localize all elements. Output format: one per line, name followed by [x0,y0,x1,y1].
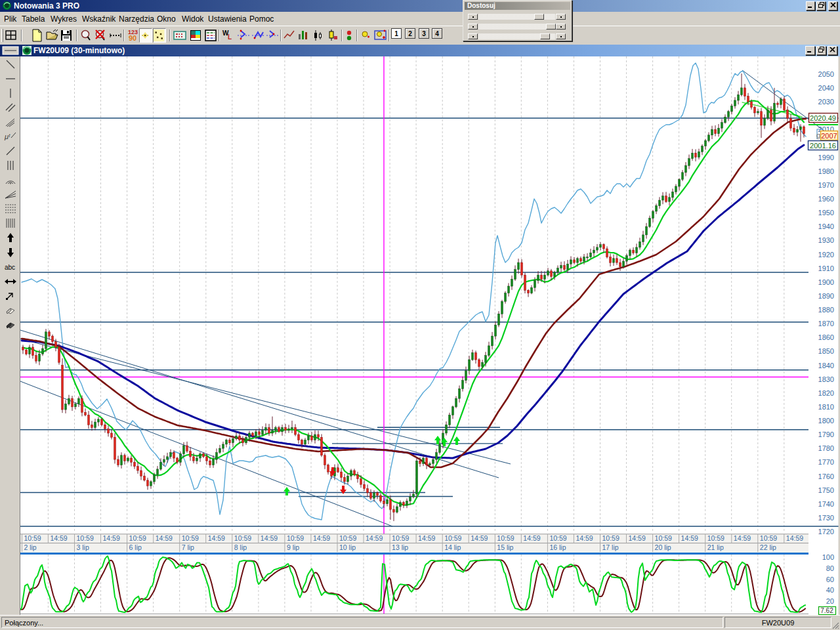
svg-text:1910: 1910 [818,264,834,272]
svg-text:μᵗ: μᵗ [4,133,10,140]
svg-text:1800: 1800 [818,417,834,425]
svg-text:1940: 1940 [818,222,834,230]
svg-text:1930: 1930 [818,236,834,244]
svg-text:2050: 2050 [818,70,834,78]
svg-text:10:59: 10:59 [602,534,620,542]
svg-text:6 lip: 6 lip [129,543,142,551]
svg-text:80: 80 [826,564,834,572]
svg-text:10:59: 10:59 [707,534,724,542]
svg-text:1790: 1790 [818,430,834,438]
svg-text:10:59: 10:59 [655,534,672,542]
svg-text:14:59: 14:59 [208,534,225,542]
svg-text:10:59: 10:59 [760,534,777,542]
svg-text:10 lip: 10 lip [339,543,356,551]
svg-text:1880: 1880 [818,306,834,314]
svg-text:10:59: 10:59 [549,534,566,542]
svg-text:1750: 1750 [818,486,834,494]
svg-text:22 lip: 22 lip [760,543,776,551]
svg-text:60: 60 [826,576,834,583]
svg-text:14:59: 14:59 [50,534,67,542]
svg-text:14:59: 14:59 [103,534,120,542]
svg-text:1860: 1860 [818,333,834,341]
svg-text:abc: abc [5,264,15,271]
svg-text:2020.49: 2020.49 [810,114,836,122]
svg-text:1810: 1810 [818,403,834,411]
svg-text:17 lip: 17 lip [602,543,619,551]
svg-text:10:59: 10:59 [392,534,409,542]
svg-text:90: 90 [129,34,136,42]
svg-text:1770: 1770 [818,458,834,466]
svg-text:g: g [816,131,820,139]
svg-text:14:59: 14:59 [681,534,698,542]
svg-text:1960: 1960 [818,195,834,203]
svg-text:15 lip: 15 lip [497,543,513,551]
svg-text:8 lip: 8 lip [234,543,247,551]
svg-text:20: 20 [826,597,834,605]
svg-text:14:59: 14:59 [366,534,383,542]
svg-text:14:59: 14:59 [156,534,173,542]
svg-text:14:59: 14:59 [313,534,330,542]
svg-text:1970: 1970 [818,181,834,189]
svg-text:1980: 1980 [818,167,834,175]
svg-text:1900: 1900 [818,278,834,286]
svg-text:2 lip: 2 lip [24,543,36,551]
svg-text:1890: 1890 [818,292,834,300]
svg-text:7 lip: 7 lip [182,543,194,551]
svg-text:14:59: 14:59 [261,534,278,542]
svg-text:2040: 2040 [818,84,834,92]
svg-text:3 lip: 3 lip [77,543,89,551]
svg-text:16 lip: 16 lip [549,543,566,551]
svg-text:14:59: 14:59 [629,534,646,542]
svg-text:2007: 2007 [821,132,837,140]
svg-text:10:59: 10:59 [497,534,514,542]
svg-text:10:59: 10:59 [182,534,199,542]
svg-text:1740: 1740 [818,500,834,508]
svg-text:14:59: 14:59 [418,534,435,542]
svg-text:40: 40 [826,586,834,594]
svg-text:1820: 1820 [818,389,834,397]
svg-text:13 lip: 13 lip [392,543,408,551]
svg-text:14:59: 14:59 [576,534,593,542]
svg-text:1850: 1850 [818,347,834,355]
svg-text:L: L [228,33,232,41]
svg-text:1830: 1830 [818,375,834,383]
svg-text:14:59: 14:59 [734,534,751,542]
svg-text:7.62: 7.62 [820,607,833,614]
svg-text:9 lip: 9 lip [287,543,299,551]
svg-text:21 lip: 21 lip [707,543,724,551]
svg-text:1870: 1870 [818,320,834,327]
svg-text:14 lip: 14 lip [444,543,461,551]
svg-text:1780: 1780 [818,444,834,452]
svg-text:1920: 1920 [818,251,834,259]
svg-text:10:59: 10:59 [24,534,41,542]
svg-text:1720: 1720 [818,528,834,536]
svg-text:10:59: 10:59 [287,534,304,542]
svg-text:14:59: 14:59 [786,534,803,542]
svg-text:20 lip: 20 lip [655,543,671,551]
svg-text:1990: 1990 [818,154,834,161]
svg-text:10:59: 10:59 [77,534,94,542]
svg-text:2030: 2030 [818,98,834,106]
svg-text:10:59: 10:59 [444,534,461,542]
svg-text:2001.16: 2001.16 [810,142,836,150]
svg-text:1760: 1760 [818,472,834,480]
svg-text:10:59: 10:59 [339,534,356,542]
svg-text:1950: 1950 [818,209,834,217]
svg-text:100: 100 [822,553,834,561]
svg-text:10:59: 10:59 [129,534,146,542]
svg-text:1840: 1840 [818,362,834,369]
svg-text:14:59: 14:59 [471,534,488,542]
svg-text:14:59: 14:59 [523,534,540,542]
svg-text:10:59: 10:59 [234,534,251,542]
svg-text:1730: 1730 [818,514,834,522]
